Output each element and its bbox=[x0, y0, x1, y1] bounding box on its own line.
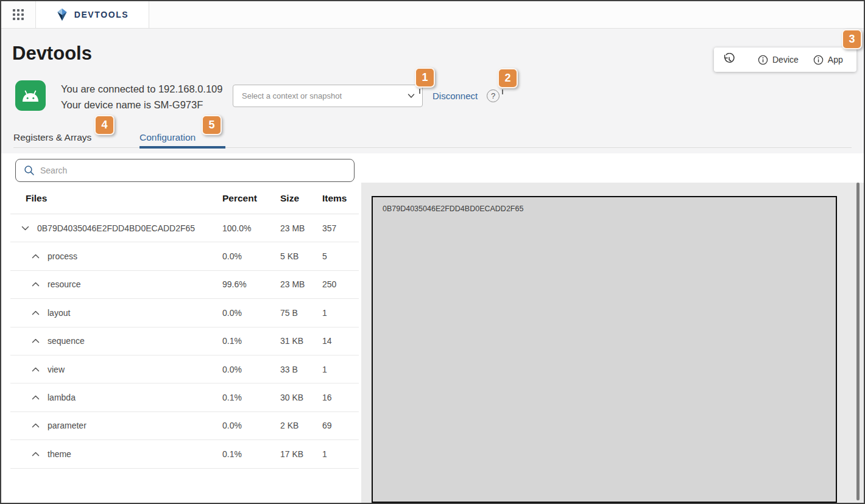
table-row[interactable]: resource 99.6% 23 MB 250 bbox=[10, 271, 359, 299]
file-percent: 0.1% bbox=[222, 449, 280, 459]
app-info-button[interactable]: App bbox=[806, 55, 850, 65]
chevron-up-icon[interactable] bbox=[32, 338, 40, 344]
chevron-up-icon[interactable] bbox=[32, 451, 40, 457]
table-row[interactable]: 0B79D4035046E2FDD4BD0ECADD2F65 100.0% 23… bbox=[10, 214, 359, 242]
file-percent: 100.0% bbox=[222, 223, 280, 233]
tab-configuration[interactable]: Configuration bbox=[139, 132, 196, 143]
file-name: theme bbox=[48, 449, 71, 459]
table-row[interactable]: lambda 0.1% 30 KB 16 bbox=[10, 383, 359, 411]
app-launcher-button[interactable] bbox=[1, 1, 35, 28]
file-percent: 0.1% bbox=[222, 393, 280, 402]
scrollbar-thumb[interactable] bbox=[856, 183, 860, 500]
file-items: 5 bbox=[322, 251, 359, 261]
annotation-badge-3: 3 bbox=[842, 29, 862, 49]
file-percent: 0.0% bbox=[222, 421, 280, 430]
connection-line1: You are connected to 192.168.0.109 bbox=[61, 82, 222, 97]
file-items: 1 bbox=[322, 308, 359, 318]
file-items: 250 bbox=[322, 279, 359, 289]
page-title: Devtools bbox=[12, 43, 92, 65]
connection-line2: Your device name is SM-G973F bbox=[61, 97, 222, 113]
files-table: Files Percent Size Items 0B79D4035046E2F… bbox=[1, 183, 361, 503]
chevron-up-icon[interactable] bbox=[32, 310, 40, 316]
file-name: layout bbox=[48, 308, 70, 318]
file-name: parameter bbox=[48, 421, 86, 430]
devtools-logo-icon bbox=[56, 8, 68, 21]
table-row[interactable]: layout 0.0% 75 B 1 bbox=[10, 299, 359, 327]
top-bar: DEVTOOLS bbox=[1, 1, 864, 29]
connection-status: You are connected to 192.168.0.109 Your … bbox=[61, 82, 222, 113]
annotation-badge-2: 2 bbox=[498, 68, 518, 88]
android-icon bbox=[21, 88, 40, 103]
file-size: 23 MB bbox=[280, 223, 322, 233]
chevron-down-icon[interactable] bbox=[21, 225, 29, 231]
devtools-window: DEVTOOLS Devtools Device bbox=[0, 0, 865, 504]
annotation-connector bbox=[502, 89, 503, 94]
file-size: 33 B bbox=[280, 365, 322, 374]
file-items: 69 bbox=[322, 421, 359, 430]
detail-panel: 0B79D4035046E2FDD4BD0ECADD2F65 bbox=[361, 183, 864, 503]
context-snapshot-dropdown[interactable]: Select a context or snapshot bbox=[233, 85, 423, 107]
annotation-badge-5: 5 bbox=[202, 115, 222, 135]
device-info-button[interactable]: Device bbox=[750, 55, 806, 65]
file-percent: 0.0% bbox=[222, 251, 280, 261]
chevron-up-icon[interactable] bbox=[32, 281, 40, 287]
grid-icon bbox=[11, 7, 26, 22]
device-button-label: Device bbox=[772, 55, 799, 65]
tab-registers-arrays[interactable]: Registers & Arrays bbox=[13, 132, 91, 143]
table-row[interactable]: parameter 0.0% 2 KB 69 bbox=[10, 412, 359, 440]
column-header-items: Items bbox=[322, 193, 359, 204]
file-name: resource bbox=[48, 279, 80, 289]
chevron-up-icon[interactable] bbox=[32, 422, 40, 429]
file-name: 0B79D4035046E2FDD4BD0ECADD2F65 bbox=[37, 223, 195, 233]
table-row[interactable]: theme 0.1% 17 KB 1 bbox=[10, 440, 359, 468]
file-size: 5 KB bbox=[280, 251, 322, 261]
file-items: 1 bbox=[322, 449, 359, 459]
column-header-size: Size bbox=[280, 193, 322, 204]
app-button-label: App bbox=[828, 55, 843, 65]
file-size: 30 KB bbox=[280, 393, 322, 402]
history-icon bbox=[722, 53, 736, 66]
file-percent: 0.1% bbox=[222, 336, 280, 346]
detail-title: 0B79D4035046E2FDD4BD0ECADD2F65 bbox=[383, 205, 523, 213]
android-device-icon bbox=[15, 80, 46, 111]
info-icon bbox=[758, 55, 768, 65]
table-row[interactable]: sequence 0.1% 31 KB 14 bbox=[10, 327, 359, 355]
dropdown-placeholder: Select a context or snapshot bbox=[242, 91, 408, 100]
file-items: 357 bbox=[322, 223, 359, 233]
table-header-row: Files Percent Size Items bbox=[10, 183, 359, 214]
file-percent: 0.0% bbox=[222, 308, 280, 318]
column-header-files: Files bbox=[10, 193, 222, 204]
file-size: 17 KB bbox=[280, 449, 322, 459]
devtools-app-tab[interactable]: DEVTOOLS bbox=[35, 1, 149, 28]
file-items: 1 bbox=[322, 365, 359, 374]
chevron-down-icon bbox=[408, 93, 415, 99]
search-input[interactable] bbox=[40, 166, 348, 175]
annotation-badge-4: 4 bbox=[94, 115, 115, 135]
file-size: 2 KB bbox=[280, 421, 322, 430]
chevron-up-icon[interactable] bbox=[32, 366, 40, 373]
active-tab-underline bbox=[139, 146, 225, 149]
file-size: 31 KB bbox=[280, 336, 322, 346]
file-name: process bbox=[48, 251, 77, 261]
file-items: 14 bbox=[322, 336, 359, 346]
help-icon[interactable]: ? bbox=[487, 89, 500, 102]
table-row[interactable]: view 0.0% 33 B 1 bbox=[10, 355, 359, 383]
file-size: 23 MB bbox=[280, 279, 322, 289]
app-name-label: DEVTOOLS bbox=[74, 10, 129, 19]
info-toolbar: Device App bbox=[714, 47, 856, 72]
annotation-connector bbox=[419, 89, 420, 94]
file-size: 75 B bbox=[280, 308, 322, 318]
info-icon bbox=[813, 55, 824, 65]
chevron-up-icon[interactable] bbox=[32, 394, 40, 401]
file-percent: 99.6% bbox=[222, 279, 280, 289]
table-row[interactable]: process 0.0% 5 KB 5 bbox=[10, 242, 359, 270]
content-area: Files Percent Size Items 0B79D4035046E2F… bbox=[1, 153, 864, 503]
search-box bbox=[15, 159, 355, 182]
history-button[interactable] bbox=[722, 53, 736, 66]
file-name: sequence bbox=[48, 336, 85, 346]
detail-preview-box: 0B79D4035046E2FDD4BD0ECADD2F65 bbox=[372, 196, 837, 503]
disconnect-link[interactable]: Disconnect bbox=[432, 91, 478, 101]
file-percent: 0.0% bbox=[222, 365, 280, 374]
chevron-up-icon[interactable] bbox=[32, 253, 40, 259]
file-items: 16 bbox=[322, 393, 359, 402]
